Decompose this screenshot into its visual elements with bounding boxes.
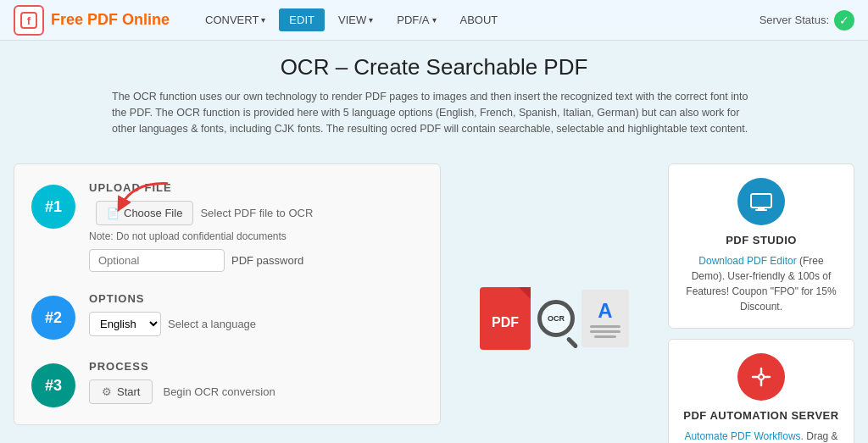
step2-label: OPTIONS	[89, 292, 423, 305]
gear-icon: ⚙	[102, 385, 112, 398]
svg-rect-3	[751, 194, 771, 208]
pdf-studio-text: Download PDF Editor (Free Demo). User-fr…	[682, 253, 840, 314]
illustration: PDF OCR A	[454, 163, 654, 443]
logo-area: f Free PDF Online	[14, 5, 170, 36]
nav-convert[interactable]: CONVERT ▾	[195, 8, 275, 31]
pdf-studio-link[interactable]: Download PDF Editor	[698, 255, 796, 267]
step1-circle: #1	[31, 185, 75, 229]
main-content: #1 UPLOAD FILE	[0, 150, 868, 443]
status-check-icon: ✓	[834, 10, 854, 30]
process-row: ⚙ Start Begin OCR conversion	[89, 379, 423, 404]
nav-edit[interactable]: EDIT	[279, 8, 325, 31]
step2-content: OPTIONS English French Spanish Italian G…	[89, 292, 423, 336]
server-status: Server Status: ✓	[760, 10, 854, 30]
step3-row: #3 PROCESS ⚙ Start Begin OCR conversion	[31, 360, 423, 407]
password-row: PDF password	[89, 249, 423, 272]
main-nav: CONVERT ▾ EDIT VIEW ▾ PDF/A ▾ ABOUT	[195, 8, 760, 31]
header: f Free PDF Online CONVERT ▾ EDIT VIEW ▾ …	[0, 0, 868, 41]
logo-text: Free PDF Online	[51, 11, 170, 29]
pdf-automation-link[interactable]: Automate PDF Workflows.	[684, 430, 803, 442]
pdf-automation-icon	[737, 353, 785, 401]
step2-row: #2 OPTIONS English French Spanish Italia…	[31, 292, 423, 340]
left-panel: #1 UPLOAD FILE	[14, 163, 441, 443]
view-arrow-icon: ▾	[369, 15, 373, 25]
svg-rect-4	[758, 208, 765, 209]
convert-arrow-icon: ▾	[261, 15, 265, 25]
nav-pdfa[interactable]: PDF/A ▾	[387, 8, 446, 31]
pdf-studio-title: PDF STUDIO	[682, 234, 840, 246]
process-hint: Begin OCR conversion	[163, 385, 275, 398]
step3-content: PROCESS ⚙ Start Begin OCR conversion	[89, 360, 423, 404]
pdf-studio-card: PDF STUDIO Download PDF Editor (Free Dem…	[668, 163, 854, 329]
svg-text:f: f	[27, 14, 31, 27]
pdf-studio-icon	[737, 178, 785, 225]
language-row: English French Spanish Italian German Se…	[89, 312, 423, 336]
step1-row: #1 UPLOAD FILE	[31, 181, 423, 272]
start-button[interactable]: ⚙ Start	[89, 379, 153, 404]
pdf-file-icon: PDF	[480, 287, 531, 350]
pdf-automation-title: PDF AUTOMATION SERVER	[682, 409, 840, 422]
svg-point-7	[760, 375, 763, 379]
nav-about[interactable]: ABOUT	[450, 8, 509, 31]
right-panel: PDF STUDIO Download PDF Editor (Free Dem…	[668, 163, 854, 443]
nav-view[interactable]: VIEW ▾	[328, 8, 383, 31]
logo-icon: f	[14, 5, 44, 36]
page-description: The OCR function uses our own technology…	[112, 89, 756, 136]
page-title: OCR – Create Searchable PDF	[14, 54, 854, 80]
language-hint: Select a language	[168, 318, 256, 330]
language-select[interactable]: English French Spanish Italian German	[89, 312, 161, 336]
pdf-automation-text: Automate PDF Workflows. Drag & Drop Modu…	[682, 429, 840, 443]
document-icon: A	[581, 290, 629, 347]
upload-row: 📄 Choose File Select PDF file to OCR	[89, 201, 423, 225]
step2-circle: #2	[31, 296, 75, 340]
step1-content: UPLOAD FILE	[89, 181, 423, 272]
svg-rect-5	[755, 209, 767, 211]
select-file-text: Select PDF file to OCR	[200, 207, 313, 219]
pdf-automation-card: PDF AUTOMATION SERVER Automate PDF Workf…	[668, 339, 854, 443]
ocr-magnifier-icon: OCR	[537, 300, 575, 337]
note-text: Note: Do not upload confidential documen…	[89, 230, 423, 242]
password-input[interactable]	[89, 249, 225, 272]
step3-circle: #3	[31, 363, 75, 407]
password-label: PDF password	[231, 254, 303, 267]
server-status-label: Server Status:	[760, 14, 829, 26]
steps-container: #1 UPLOAD FILE	[14, 163, 441, 425]
step3-label: PROCESS	[89, 360, 423, 373]
page-title-area: OCR – Create Searchable PDF The OCR func…	[0, 41, 868, 150]
pdfa-arrow-icon: ▾	[432, 15, 437, 25]
